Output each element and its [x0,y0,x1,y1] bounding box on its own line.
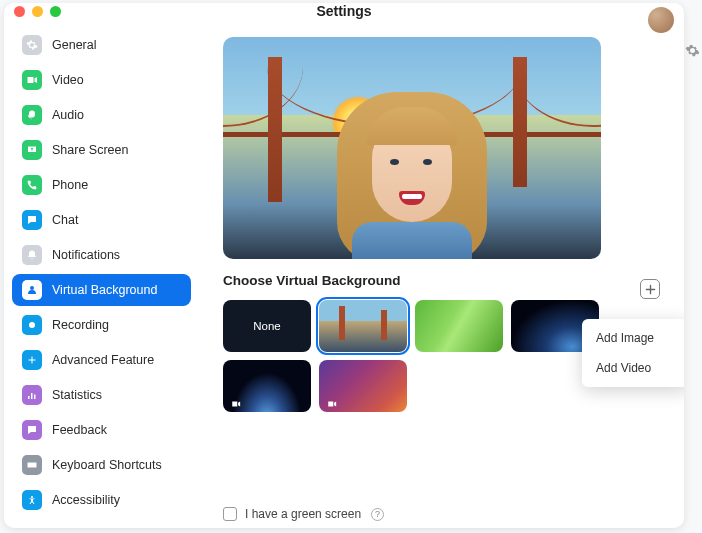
help-icon[interactable]: ? [371,508,384,521]
bg-thumb-earth2[interactable] [223,360,311,412]
minimize-window-button[interactable] [32,6,43,17]
menu-item-add-video[interactable]: Add Video [582,353,684,383]
sidebar-item-phone[interactable]: Phone [12,169,191,201]
sidebar-item-statistics[interactable]: Statistics [12,379,191,411]
sidebar-item-label: Notifications [52,248,120,262]
sidebar-item-general[interactable]: General [12,29,191,61]
sidebar-item-label: Statistics [52,388,102,402]
sidebar-item-label: Phone [52,178,88,192]
sidebar-item-label: Feedback [52,423,107,437]
plus-icon [22,350,42,370]
video-icon [22,70,42,90]
sidebar-item-video[interactable]: Video [12,64,191,96]
sidebar-item-share-screen[interactable]: Share Screen [12,134,191,166]
bg-thumb-grass[interactable] [415,300,503,352]
window-controls [14,6,61,17]
settings-sidebar: GeneralVideoAudioShare ScreenPhoneChatNo… [4,19,199,529]
close-window-button[interactable] [14,6,25,17]
sidebar-item-label: Advanced Feature [52,353,154,367]
svg-point-0 [29,322,35,328]
sidebar-item-audio[interactable]: Audio [12,99,191,131]
sidebar-item-label: Recording [52,318,109,332]
sidebar-item-label: Share Screen [52,143,128,157]
person-icon [22,280,42,300]
bg-thumb-bridge[interactable] [319,300,407,352]
sidebar-item-label: Accessibility [52,493,120,507]
add-background-button[interactable] [640,279,660,299]
green-screen-label: I have a green screen [245,507,361,521]
maximize-window-button[interactable] [50,6,61,17]
bg-thumb-gradient[interactable] [319,360,407,412]
phone-icon [22,175,42,195]
stats-icon [22,385,42,405]
sidebar-item-recording[interactable]: Recording [12,309,191,341]
window-title: Settings [4,3,684,19]
sidebar-item-virtual-background[interactable]: Virtual Background [12,274,191,306]
add-background-menu: Add ImageAdd Video [582,319,684,387]
menu-item-add-image[interactable]: Add Image [582,323,684,353]
titlebar: Settings [4,3,684,19]
accessibility-icon [22,490,42,510]
sidebar-item-keyboard-shortcuts[interactable]: Keyboard Shortcuts [12,449,191,481]
record-icon [22,315,42,335]
sidebar-item-accessibility[interactable]: Accessibility [12,484,191,516]
share-icon [22,140,42,160]
sidebar-item-notifications[interactable]: Notifications [12,239,191,271]
video-icon [229,397,243,407]
bg-thumb-none[interactable]: None [223,300,311,352]
gear-icon [22,35,42,55]
video-icon [325,397,339,407]
gear-icon[interactable] [680,38,702,62]
sidebar-item-label: General [52,38,96,52]
sidebar-item-label: Audio [52,108,84,122]
bell-icon [22,245,42,265]
sidebar-item-label: Virtual Background [52,283,157,297]
body: GeneralVideoAudioShare ScreenPhoneChatNo… [4,19,684,529]
sidebar-item-label: Video [52,73,84,87]
sidebar-item-feedback[interactable]: Feedback [12,414,191,446]
thumb-label: None [253,320,281,332]
green-screen-row: I have a green screen ? [223,507,384,521]
video-preview [223,37,601,259]
section-title: Choose Virtual Background [223,273,660,288]
sidebar-item-label: Keyboard Shortcuts [52,458,162,472]
settings-window: Settings GeneralVideoAudioShare ScreenPh… [4,3,684,528]
green-screen-checkbox[interactable] [223,507,237,521]
main-panel: Choose Virtual Background None Add Image… [199,19,684,529]
sidebar-item-label: Chat [52,213,78,227]
sidebar-item-chat[interactable]: Chat [12,204,191,236]
feedback-icon [22,420,42,440]
svg-rect-1 [28,463,37,468]
audio-icon [22,105,42,125]
background-thumbnails: None [223,300,613,412]
keyboard-icon [22,455,42,475]
sidebar-item-advanced-feature[interactable]: Advanced Feature [12,344,191,376]
chat-icon [22,210,42,230]
